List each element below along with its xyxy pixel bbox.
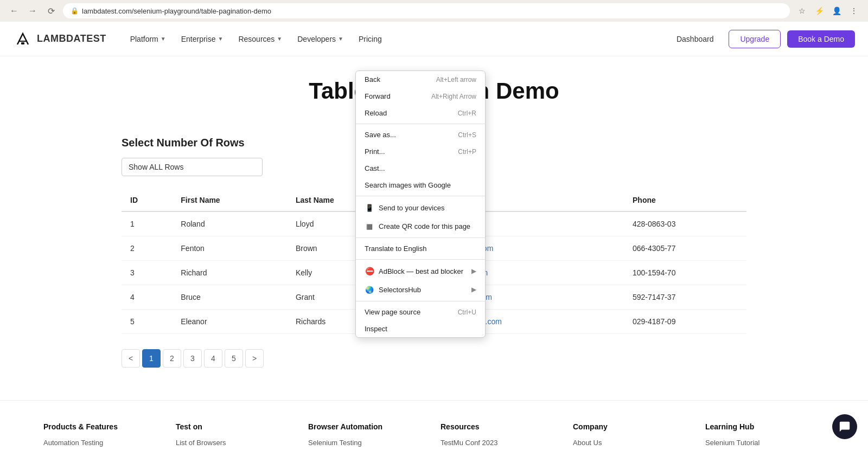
chat-widget[interactable] xyxy=(832,414,857,439)
ctx-sep-1 xyxy=(356,124,485,124)
footer-col-browser-auto: Browser Automation Selenium Testing xyxy=(308,422,427,450)
ctx-sep-5 xyxy=(356,301,485,301)
ctx-save[interactable]: Save as... Ctrl+S xyxy=(356,126,485,143)
upgrade-button[interactable]: Upgrade xyxy=(729,30,781,48)
menu-icon[interactable]: ⋮ xyxy=(846,3,861,18)
footer-link-automation[interactable]: Automation Testing xyxy=(43,439,163,447)
ctx-translate-label: Translate to English xyxy=(365,245,426,253)
logo-icon xyxy=(13,29,33,49)
ctx-cast[interactable]: Cast... xyxy=(356,160,485,177)
svg-rect-1 xyxy=(21,42,24,44)
footer-link-testmu[interactable]: TestMu Conf 2023 xyxy=(441,439,560,447)
send-device-icon: 📱 xyxy=(365,203,374,213)
ctx-adblock-label: AdBlock — best ad blocker xyxy=(379,267,463,275)
browser-controls: ← → ⟳ xyxy=(7,3,59,18)
address-bar[interactable]: 🔒 lambdatest.com/selenium-playground/tab… xyxy=(63,3,790,18)
dashboard-link[interactable]: Dashboard xyxy=(668,30,723,48)
footer-grid: Products & Features Automation Testing T… xyxy=(43,422,825,450)
ctx-save-label: Save as... xyxy=(365,131,396,139)
browser-actions: ☆ ⚡ 👤 ⋮ xyxy=(794,3,861,18)
ctx-inspect-label: Inspect xyxy=(365,325,387,333)
page-button-4[interactable]: 4 xyxy=(204,349,222,368)
extension-icon[interactable]: ⚡ xyxy=(812,3,827,18)
cell-first-name: Bruce xyxy=(172,285,287,310)
book-demo-button[interactable]: Book a Demo xyxy=(787,30,855,48)
nav-links: Platform ▼ Enterprise ▼ Resources ▼ Deve… xyxy=(124,30,668,48)
page-button-5[interactable]: 5 xyxy=(225,349,243,368)
ctx-selectorshub[interactable]: 🌏 SelectorsHub ▶ xyxy=(356,280,485,299)
ctx-send-devices-label: Send to your devices xyxy=(379,204,444,212)
ctx-adblock[interactable]: ⛔ AdBlock — best ad blocker ▶ xyxy=(356,262,485,280)
cell-phone: 100-1594-70 xyxy=(624,261,746,285)
browser-chrome: ← → ⟳ 🔒 lambdatest.com/selenium-playgrou… xyxy=(0,0,868,22)
logo-text: LAMBDATEST xyxy=(37,33,106,44)
footer-link-browsers[interactable]: List of Browsers xyxy=(176,439,295,447)
ctx-print-shortcut: Ctrl+P xyxy=(458,148,476,156)
ctx-print[interactable]: Print... Ctrl+P xyxy=(356,143,485,160)
ctx-back[interactable]: Back Alt+Left arrow xyxy=(356,71,485,88)
page-button-3[interactable]: 3 xyxy=(183,349,202,368)
col-first-name: First Name xyxy=(172,189,287,211)
footer-link-selenium-tutorial[interactable]: Selenium Tutorial xyxy=(705,439,825,447)
cell-first-name: Fenton xyxy=(172,236,287,261)
next-page-button[interactable]: > xyxy=(245,349,264,368)
ctx-qr[interactable]: ▦ Create QR code for this page xyxy=(356,217,485,235)
footer-link-selenium[interactable]: Selenium Testing xyxy=(308,439,427,447)
reload-button[interactable]: ⟳ xyxy=(43,3,59,18)
ctx-inspect[interactable]: Inspect xyxy=(356,320,485,337)
nav-platform[interactable]: Platform ▼ xyxy=(124,30,173,48)
ctx-qr-label: Create QR code for this page xyxy=(379,222,470,230)
ctx-view-source-label: View page source xyxy=(365,308,420,316)
developers-chevron: ▼ xyxy=(338,36,343,42)
nav-enterprise[interactable]: Enterprise ▼ xyxy=(175,30,230,48)
row-select[interactable]: Show ALL Rows 5 10 25 50 xyxy=(122,158,263,176)
enterprise-chevron: ▼ xyxy=(218,36,224,42)
nav-pricing[interactable]: Pricing xyxy=(352,30,388,48)
footer-col-test-on-title: Test on xyxy=(176,422,295,431)
ctx-send-devices[interactable]: 📱 Send to your devices xyxy=(356,198,485,217)
logo[interactable]: LAMBDATEST xyxy=(13,29,106,49)
selectorshub-icon: 🌏 xyxy=(365,285,374,294)
context-menu[interactable]: Back Alt+Left arrow Forward Alt+Right Ar… xyxy=(355,70,486,338)
footer-col-browser-auto-title: Browser Automation xyxy=(308,422,427,431)
ctx-cast-label: Cast... xyxy=(365,164,385,172)
page-button-2[interactable]: 2 xyxy=(163,349,181,368)
cell-phone: 428-0863-03 xyxy=(624,211,746,236)
ctx-print-label: Print... xyxy=(365,147,385,156)
footer-col-test-on: Test on List of Browsers xyxy=(176,422,295,450)
footer-col-products: Products & Features Automation Testing xyxy=(43,422,163,450)
footer-col-resources: Resources TestMu Conf 2023 xyxy=(441,422,560,450)
ctx-search-images[interactable]: Search images with Google xyxy=(356,177,485,194)
lock-icon: 🔒 xyxy=(71,7,79,15)
cell-phone: 592-7147-37 xyxy=(624,285,746,310)
cell-id: 5 xyxy=(122,310,172,334)
cell-id: 1 xyxy=(122,211,172,236)
footer-col-company: Company About Us xyxy=(573,422,692,450)
prev-page-button[interactable]: < xyxy=(122,349,140,368)
footer: Products & Features Automation Testing T… xyxy=(0,400,868,450)
footer-link-about[interactable]: About Us xyxy=(573,439,692,447)
ctx-view-source-shortcut: Ctrl+U xyxy=(458,308,476,316)
cell-phone: 066-4305-77 xyxy=(624,236,746,261)
profile-icon[interactable]: 👤 xyxy=(829,3,844,18)
ctx-back-shortcut: Alt+Left arrow xyxy=(436,76,476,83)
ctx-view-source[interactable]: View page source Ctrl+U xyxy=(356,304,485,320)
nav-developers[interactable]: Developers ▼ xyxy=(291,30,350,48)
chat-icon xyxy=(839,421,851,433)
platform-chevron: ▼ xyxy=(161,36,166,42)
cell-id: 4 xyxy=(122,285,172,310)
ctx-forward[interactable]: Forward Alt+Right Arrow xyxy=(356,88,485,105)
select-wrapper: Show ALL Rows 5 10 25 50 xyxy=(122,158,263,176)
bookmark-icon[interactable]: ☆ xyxy=(794,3,809,18)
ctx-reload[interactable]: Reload Ctrl+R xyxy=(356,105,485,121)
back-button[interactable]: ← xyxy=(7,3,22,18)
pagination: < 1 2 3 4 5 > xyxy=(122,349,746,368)
nav-resources[interactable]: Resources ▼ xyxy=(232,30,289,48)
forward-button[interactable]: → xyxy=(25,3,40,18)
qr-icon: ▦ xyxy=(365,221,374,231)
cell-id: 3 xyxy=(122,261,172,285)
cell-id: 2 xyxy=(122,236,172,261)
ctx-translate[interactable]: Translate to English xyxy=(356,240,485,257)
page-button-1[interactable]: 1 xyxy=(142,349,161,368)
footer-col-learning-title: Learning Hub xyxy=(705,422,825,431)
